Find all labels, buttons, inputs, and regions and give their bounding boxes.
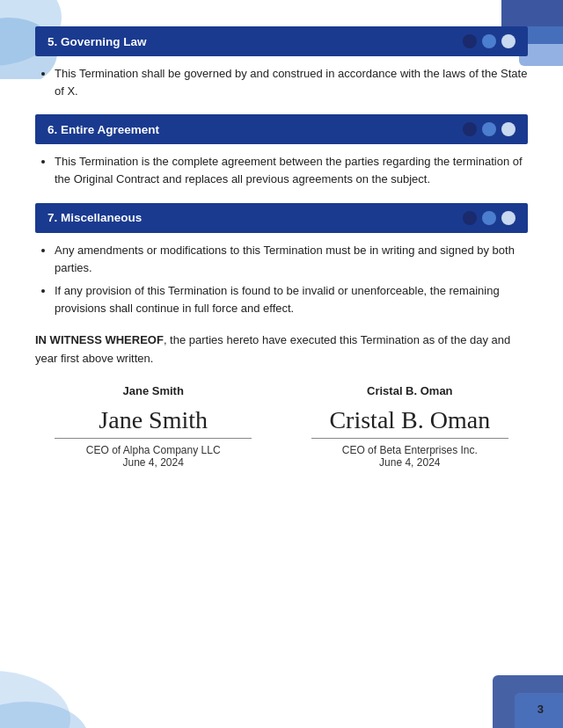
section-title-miscellaneous: 7. Miscellaneous xyxy=(48,211,142,224)
dots-entire-agreement xyxy=(463,122,515,136)
section-header-governing-law: 5. Governing Law xyxy=(35,26,528,56)
sig-line-jane xyxy=(55,438,252,439)
dot-dark-3 xyxy=(463,211,477,225)
bullets-governing-law: This Termination shall be governed by an… xyxy=(35,65,528,100)
signatures-block: Jane Smith Jane Smith CEO of Alpha Compa… xyxy=(35,384,528,469)
dots-miscellaneous xyxy=(463,211,515,225)
section-header-entire-agreement: 6. Entire Agreement xyxy=(35,114,528,144)
witness-text: IN WITNESS WHEREOF, the parties hereto h… xyxy=(35,331,528,368)
section-title-governing-law: 5. Governing Law xyxy=(48,35,147,48)
sig-date-jane: June 4, 2024 xyxy=(44,456,262,469)
sig-line-cristal xyxy=(311,438,508,439)
dot-dark-2 xyxy=(463,122,477,136)
sig-name-cristal: Cristal B. Oman xyxy=(301,384,519,397)
corner-decoration-bottom-right xyxy=(475,640,563,728)
section-header-miscellaneous: 7. Miscellaneous xyxy=(35,203,528,233)
sig-date-cristal: June 4, 2024 xyxy=(301,456,519,469)
dot-mid-1 xyxy=(482,34,496,48)
dot-mid-3 xyxy=(482,211,496,225)
dot-mid-2 xyxy=(482,122,496,136)
dot-light-3 xyxy=(501,211,515,225)
list-item: If any provision of this Termination is … xyxy=(55,282,528,317)
witness-block: IN WITNESS WHEREOF, the parties hereto h… xyxy=(35,331,528,368)
signature-cristal-oman: Cristal B. Oman Cristal B. Oman CEO of B… xyxy=(301,384,519,469)
sig-title-cristal: CEO of Beta Enterprises Inc. xyxy=(301,444,519,456)
page-number: 3 xyxy=(537,703,544,716)
witness-prefix: IN WITNESS WHEREOF xyxy=(35,333,164,346)
list-item: This Termination shall be governed by an… xyxy=(55,65,528,100)
dot-light-1 xyxy=(501,34,515,48)
bullets-miscellaneous: Any amendments or modifications to this … xyxy=(35,242,528,318)
dots-governing-law xyxy=(463,34,515,48)
sig-name-jane: Jane Smith xyxy=(44,384,262,397)
list-item: Any amendments or modifications to this … xyxy=(55,242,528,277)
list-item: This Termination is the complete agreeme… xyxy=(55,153,528,188)
corner-decoration-bottom-left xyxy=(0,640,114,728)
sig-cursive-jane: Jane Smith xyxy=(44,406,262,434)
sig-cursive-cristal: Cristal B. Oman xyxy=(301,406,519,434)
section-title-entire-agreement: 6. Entire Agreement xyxy=(48,123,159,136)
signature-jane-smith: Jane Smith Jane Smith CEO of Alpha Compa… xyxy=(44,384,262,469)
dot-light-2 xyxy=(501,122,515,136)
dot-dark-1 xyxy=(463,34,477,48)
bullets-entire-agreement: This Termination is the complete agreeme… xyxy=(35,153,528,188)
svg-point-5 xyxy=(0,702,88,728)
sig-title-jane: CEO of Alpha Company LLC xyxy=(44,444,262,456)
